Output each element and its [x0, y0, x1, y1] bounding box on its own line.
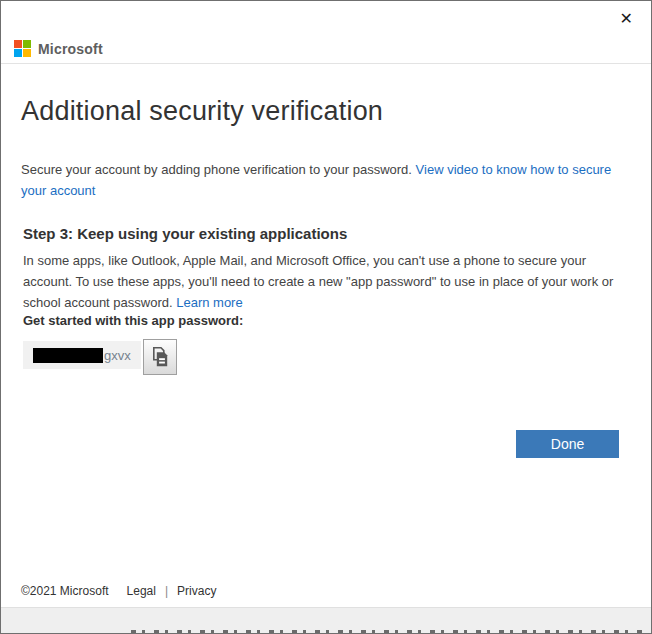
password-visible-suffix: gxvx	[104, 348, 131, 363]
intro-text: Secure your account by adding phone veri…	[21, 162, 416, 177]
page-title: Additional security verification	[21, 96, 383, 127]
header-divider	[1, 63, 651, 64]
privacy-link[interactable]: Privacy	[177, 584, 216, 598]
logo-square-yellow	[23, 49, 31, 57]
redacted-password-block	[33, 348, 103, 363]
copyright-text: ©2021 Microsoft	[21, 584, 109, 598]
copy-icon	[150, 346, 170, 368]
step-body-paragraph: In some apps, like Outlook, Apple Mail, …	[23, 250, 621, 313]
close-button[interactable]: ✕	[616, 7, 637, 31]
footer-separator: |	[165, 584, 168, 598]
microsoft-logo-text: Microsoft	[38, 41, 103, 57]
header: Microsoft	[14, 40, 103, 57]
step-heading: Step 3: Keep using your existing applica…	[23, 225, 347, 242]
learn-more-link[interactable]: Learn more	[176, 295, 242, 310]
legal-link[interactable]: Legal	[127, 584, 156, 598]
microsoft-logo-icon	[14, 40, 31, 57]
logo-square-blue	[14, 49, 22, 57]
background-window-clipped-text	[131, 630, 645, 633]
app-password-value: gxvx	[23, 341, 141, 369]
app-password-row: gxvx	[23, 339, 177, 375]
footer: ©2021 Microsoft Legal | Privacy	[21, 584, 216, 598]
close-icon: ✕	[620, 9, 633, 28]
step-body-text: In some apps, like Outlook, Apple Mail, …	[23, 253, 613, 310]
bottom-scrollbar-track[interactable]	[1, 607, 651, 633]
logo-square-red	[14, 40, 22, 48]
logo-square-green	[23, 40, 31, 48]
done-button[interactable]: Done	[516, 430, 619, 458]
dialog-window: ✕ Microsoft Additional security verifica…	[0, 0, 652, 634]
intro-paragraph: Secure your account by adding phone veri…	[21, 159, 621, 201]
get-started-label: Get started with this app password:	[23, 313, 243, 328]
copy-password-button[interactable]	[143, 339, 177, 375]
